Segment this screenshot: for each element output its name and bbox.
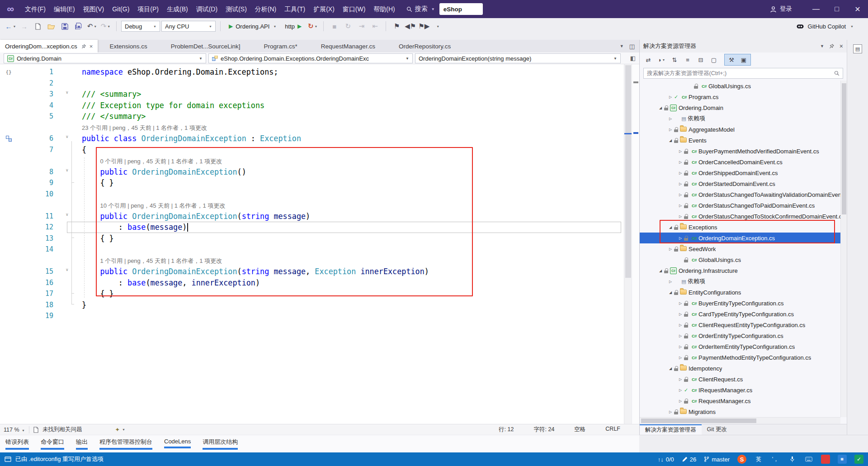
open-file-icon[interactable] — [45, 20, 57, 32]
panel-tab[interactable]: CodeLens — [164, 438, 191, 452]
fold-chevron-icon[interactable]: ∨ — [66, 90, 69, 95]
tree-item[interactable]: ▷C#BuyerPaymentMethodVerifiedDomainEvent… — [640, 146, 840, 157]
fold-chevron-icon[interactable]: ∨ — [66, 134, 69, 139]
ime-favorites-icon[interactable] — [821, 455, 830, 464]
minimize-button[interactable]: — — [806, 0, 826, 18]
menu-item[interactable]: 调试(D) — [192, 0, 222, 18]
menu-item[interactable]: 测试(S) — [222, 0, 251, 18]
step-into-icon[interactable]: ⇤ — [369, 20, 381, 32]
menu-item[interactable]: Git(G) — [108, 0, 133, 18]
menu-item[interactable]: 文件(F) — [21, 0, 50, 18]
tree-item[interactable]: ▷▤依赖项 — [640, 276, 840, 287]
tree-item[interactable]: ◢Events — [640, 135, 840, 146]
menu-item[interactable]: 分析(N) — [251, 0, 280, 18]
split-editor-icon[interactable]: ◧ — [630, 55, 636, 62]
menu-item[interactable]: 项目(P) — [133, 0, 163, 18]
codelens-info[interactable]: 1 个引用 | peng，45 天前 | 1 名作者，1 项更改 — [82, 257, 222, 265]
hot-reload-icon[interactable]: ↻▼ — [307, 20, 319, 32]
close-icon[interactable]: × — [840, 43, 843, 50]
tree-item[interactable]: ▷C#OrderStatusChangedToAwaitingValidatio… — [640, 189, 840, 200]
tree-item[interactable]: ▷C#OrderItemEntityTypeConfiguration.cs — [640, 341, 840, 352]
tree-item[interactable]: C#GlobalUsings.cs — [640, 81, 840, 91]
expand-arrow-icon[interactable]: ▷ — [677, 312, 684, 316]
space-indicator[interactable]: 空格 — [574, 426, 585, 433]
step-over-icon[interactable]: ⇥ — [355, 20, 368, 32]
scrollbar-thumb[interactable] — [842, 83, 846, 214]
expand-arrow-icon[interactable]: ▷ — [667, 247, 674, 251]
expand-arrow-icon[interactable]: ▷ — [677, 323, 684, 327]
microphone-icon[interactable] — [788, 455, 797, 464]
active-files-list-icon[interactable]: ▼ — [620, 44, 624, 48]
scrollbar-thumb[interactable] — [625, 65, 631, 278]
virtual-keyboard-icon[interactable] — [804, 455, 813, 464]
stop-icon[interactable]: ■ — [328, 20, 340, 32]
undo-icon[interactable]: ↶▼ — [86, 20, 98, 32]
expand-arrow-icon[interactable]: ▷ — [677, 388, 684, 392]
expand-arrow-icon[interactable]: ▷ — [677, 182, 684, 186]
menu-item[interactable]: 扩展(X) — [309, 0, 339, 18]
bookmark-icon[interactable]: ⚑ — [391, 20, 403, 32]
properties-icon[interactable]: ⚒ — [727, 55, 736, 65]
redo-icon[interactable]: ↷▼ — [99, 20, 112, 32]
eol-indicator[interactable]: CRLF — [605, 426, 620, 433]
document-tab[interactable]: RequestManager.cs — [309, 40, 387, 52]
expand-arrow-icon[interactable]: ▷ — [677, 334, 684, 338]
tree-item[interactable]: ▷✓C#Program.cs — [640, 91, 840, 102]
expand-arrow-icon[interactable]: ▷ — [677, 236, 684, 240]
tree-item[interactable]: ◢Idempotency — [640, 363, 840, 374]
expand-arrow-icon[interactable]: ◢ — [657, 269, 664, 273]
sync-with-active-document-icon[interactable]: ⇄ — [644, 55, 653, 65]
pending-edits-button[interactable]: 26 — [682, 456, 696, 463]
solution-explorer-header[interactable]: 解决方案资源管理器 ▼ × — [640, 40, 847, 52]
codelens-info[interactable]: 0 个引用 | peng，45 天前 | 1 名作者，1 项更改 — [82, 157, 222, 166]
collapse-all-icon[interactable]: ⊟ — [696, 55, 705, 65]
column-indicator[interactable]: 字符: 24 — [533, 426, 554, 433]
toolbar-overflow-icon[interactable]: ▼ — [431, 20, 443, 32]
close-icon[interactable]: × — [90, 43, 93, 50]
health-status-text[interactable]: 未找到相关问题 — [42, 426, 82, 433]
line-indicator[interactable]: 行: 12 — [499, 426, 514, 433]
inheritance-margin-icon[interactable] — [6, 136, 12, 142]
panel-tab[interactable]: 输出 — [76, 438, 88, 452]
window-layout-icon[interactable]: ◫ — [629, 43, 635, 50]
menu-item[interactable]: 编辑(E) — [50, 0, 79, 18]
restart-icon[interactable]: ↻ — [342, 20, 354, 32]
tree-item[interactable]: ▷C#OrderStatusChangedToPaidDomainEvent.c… — [640, 200, 840, 211]
tree-item[interactable]: ▷C#BuyerEntityTypeConfiguration.cs — [640, 298, 840, 309]
start-debugging-button[interactable]: ▶ Ordering.API ▼ — [225, 23, 280, 30]
fold-chevron-icon[interactable]: ∨ — [66, 168, 69, 172]
notifications-icon[interactable]: ✓ — [854, 455, 863, 464]
document-tab[interactable]: Extensions.cs — [98, 40, 159, 52]
expand-arrow-icon[interactable]: ▷ — [677, 160, 684, 164]
member-dropdown[interactable]: OrderingDomainException(string message) … — [415, 53, 621, 63]
next-bookmark-icon[interactable]: ⚑▶ — [418, 20, 430, 32]
tree-item[interactable]: ▷✓C#IRequestManager.cs — [640, 385, 840, 395]
expand-arrow-icon[interactable]: ▷ — [667, 280, 674, 284]
collapsed-panel-tab-icon[interactable]: ▤ — [853, 44, 862, 53]
pin-icon[interactable] — [81, 44, 86, 49]
document-health-icon[interactable] — [33, 427, 38, 433]
show-all-files-icon[interactable]: ▢ — [709, 55, 718, 65]
expand-arrow-icon[interactable]: ▷ — [677, 171, 684, 175]
expand-arrow-icon[interactable]: ▷ — [677, 193, 684, 197]
expand-arrow-icon[interactable]: ▷ — [677, 301, 684, 305]
expand-arrow-icon[interactable]: ▷ — [677, 345, 684, 349]
ime-punctuation-toggle[interactable]: '， — [771, 455, 780, 464]
tree-item[interactable]: ▷SeedWork — [640, 243, 840, 254]
tree-item[interactable]: ▷C#OrderShippedDomainEvent.cs — [640, 167, 840, 178]
github-copilot-button[interactable]: GitHub Copilot ▼ — [796, 18, 854, 34]
project-dropdown[interactable]: C# Ordering.Domain ▼ — [4, 53, 206, 63]
expand-arrow-icon[interactable]: ▷ — [677, 204, 684, 208]
codelens-info[interactable]: 23 个引用 | peng，45 天前 | 1 名作者，1 项更改 — [82, 124, 207, 132]
file-nesting-icon[interactable]: ≡ — [683, 55, 692, 65]
search-input[interactable]: eShop — [439, 3, 483, 15]
tree-item[interactable]: ◢Exceptions — [640, 222, 840, 233]
refresh-icon[interactable]: ⇅ — [670, 55, 679, 65]
expand-arrow-icon[interactable]: ▷ — [667, 117, 674, 121]
tree-item[interactable]: ▷C#RequestManager.cs — [640, 395, 840, 406]
expand-arrow-icon[interactable]: ▷ — [667, 128, 674, 132]
document-tab[interactable]: ProblemDet...SourceLink] — [159, 40, 252, 52]
feedback-icon[interactable] — [5, 456, 11, 462]
type-dropdown[interactable]: eShop.Ordering.Domain.Exceptions.Orderin… — [208, 53, 413, 63]
expand-arrow-icon[interactable]: ◢ — [657, 106, 664, 110]
